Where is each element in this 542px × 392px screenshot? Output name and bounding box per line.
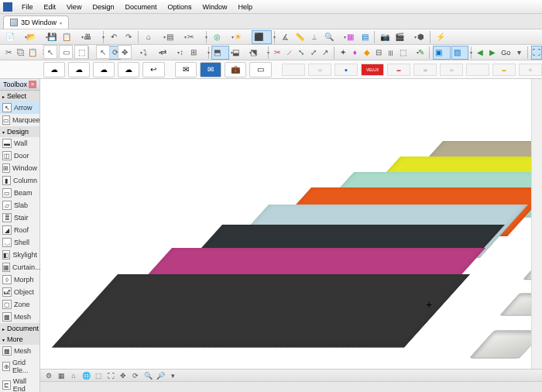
filter-btn[interactable]: ▦ xyxy=(343,30,357,44)
vp-settings[interactable]: ⚙ xyxy=(43,370,54,381)
align-btn[interactable]: ⊟ xyxy=(373,46,385,60)
toolbox-close[interactable]: × xyxy=(29,81,36,88)
rotate-btn[interactable]: ⤵▾ xyxy=(139,46,157,60)
home-btn[interactable]: ⛶ xyxy=(531,46,542,60)
plot-btn[interactable]: 📋▾ xyxy=(60,30,80,44)
render2-btn[interactable]: ⬢ xyxy=(413,30,427,44)
render-btn[interactable]: 🎬▾ xyxy=(393,30,413,44)
section-design[interactable]: ▾Design xyxy=(0,126,39,137)
camera-btn[interactable]: ◎▾ xyxy=(210,30,230,44)
brand-8[interactable] xyxy=(466,64,489,76)
brand-9[interactable]: ▬ xyxy=(492,64,516,76)
selmode-2[interactable]: ▭ xyxy=(59,45,73,59)
folder-btn[interactable]: ▭ xyxy=(249,62,271,77)
energy-btn[interactable]: ⚡ xyxy=(434,30,448,44)
sun-btn[interactable]: ☀▾ xyxy=(231,30,251,44)
selmode-5[interactable]: ✥ xyxy=(118,45,132,59)
vp-home[interactable]: ⌂ xyxy=(68,370,79,381)
copy-btn[interactable]: ⿻ xyxy=(15,46,27,60)
stretch-btn[interactable]: ↗ xyxy=(320,46,331,60)
vp-grid[interactable]: ▦ xyxy=(56,370,67,381)
trim-btn[interactable]: ⟋ xyxy=(283,46,295,60)
vp-pan[interactable]: ✥ xyxy=(118,370,129,381)
brand-3[interactable]: ◆ xyxy=(334,64,358,76)
section-document[interactable]: ▸Document xyxy=(0,323,39,334)
split-btn[interactable]: ⬔▾ xyxy=(249,46,266,60)
3d-scene[interactable]: + xyxy=(40,79,542,369)
vp-plane[interactable]: ⬚ xyxy=(93,370,104,381)
tool-slab[interactable]: ▱Slab xyxy=(0,199,39,211)
redo-btn[interactable]: ↷ xyxy=(122,30,136,44)
open-btn[interactable]: 📂▾ xyxy=(24,30,44,44)
brand-6[interactable]: ▭ xyxy=(413,64,437,76)
vp-orbit[interactable]: 🌐 xyxy=(81,370,91,381)
save-btn[interactable]: 💾 xyxy=(45,30,59,44)
photo-btn[interactable]: 📷 xyxy=(378,30,392,44)
split2-btn[interactable]: ✂ xyxy=(272,46,283,60)
menu-help[interactable]: Help xyxy=(233,2,257,12)
brand-7[interactable]: ▭ xyxy=(440,64,463,76)
tool-stair[interactable]: ≣Stair xyxy=(0,211,39,224)
fill-btn[interactable]: ◆ xyxy=(362,46,373,60)
tool-zone[interactable]: ▢Zone xyxy=(0,298,39,311)
undo-btn[interactable]: ↶ xyxy=(107,30,121,44)
menu-options[interactable]: Options xyxy=(163,2,196,12)
resize-btn[interactable]: ⤢ xyxy=(308,46,320,60)
print-btn[interactable]: 🖶▾ xyxy=(81,30,101,44)
brand-10[interactable]: ◇ xyxy=(519,64,542,76)
selmode-1[interactable]: ↖ xyxy=(43,45,57,59)
new-btn[interactable]: 📄▾ xyxy=(3,30,23,44)
tab-3d-window[interactable]: 3D Window ▾ xyxy=(3,15,69,29)
tool-mesh[interactable]: ▩Mesh xyxy=(0,311,39,323)
cloud-exit-btn[interactable]: ☁ xyxy=(118,62,139,77)
mail-btn[interactable]: ✉ xyxy=(175,62,197,77)
tool-c[interactable]: ⟂ xyxy=(307,30,321,44)
tool-object[interactable]: 🛋Object xyxy=(0,286,39,298)
inbox-btn[interactable]: ✉ xyxy=(200,62,221,77)
tool-wallend[interactable]: ⊏Wall End xyxy=(0,376,39,392)
3d-btn[interactable]: ⬛▾ xyxy=(252,30,272,44)
vp-zoomout[interactable]: 🔎 xyxy=(155,370,166,381)
tab-dropdown-icon[interactable]: ▾ xyxy=(60,20,62,26)
tool-door[interactable]: ◫Door xyxy=(0,150,39,162)
solid-op-btn[interactable]: ♦ xyxy=(349,46,361,60)
display2-btn[interactable]: ▨▾ xyxy=(451,46,469,60)
section-more[interactable]: ▾More xyxy=(0,334,39,345)
tool-mesh2[interactable]: ▩Mesh xyxy=(0,345,39,357)
menu-file[interactable]: File xyxy=(17,2,38,12)
mirror-btn[interactable]: ⇄▾ xyxy=(158,46,176,60)
tool-beam[interactable]: ▭Beam xyxy=(0,187,39,199)
tool-shell[interactable]: ◡Shell xyxy=(0,236,39,249)
tool-arrow[interactable]: ↖Arrow xyxy=(0,101,39,114)
extend-btn[interactable]: ⤡ xyxy=(296,46,307,60)
section-btn[interactable]: ▤▾ xyxy=(163,30,183,44)
cut-btn[interactable]: ✂▾ xyxy=(184,30,204,44)
tool-gridele[interactable]: ⊕Grid Ele... xyxy=(0,357,39,376)
go-dd[interactable]: ▾ xyxy=(513,46,525,60)
display-btn[interactable]: ▣▾ xyxy=(433,46,451,60)
explode-btn[interactable]: ✦ xyxy=(338,46,349,60)
multiply-btn[interactable]: ⊞▾ xyxy=(188,46,206,60)
tool-curtain[interactable]: ▦Curtain... xyxy=(0,261,39,273)
vp-zoomin[interactable]: 🔍 xyxy=(142,370,153,381)
section-select[interactable]: ▸Select xyxy=(0,91,39,101)
briefcase-btn[interactable]: 💼 xyxy=(225,62,246,77)
intersect-btn[interactable]: ⬓▾ xyxy=(230,46,248,60)
elevate-btn[interactable]: ↕ xyxy=(177,46,188,60)
next-btn[interactable]: ▶ xyxy=(487,46,499,60)
tool-a[interactable]: ∡ xyxy=(278,30,292,44)
cloud-sync-btn[interactable]: ☁ xyxy=(93,62,115,77)
order-btn[interactable]: ⬚▾ xyxy=(397,46,415,60)
vp-dd[interactable]: ▾ xyxy=(167,370,178,381)
layers-btn[interactable]: ▤ xyxy=(358,30,372,44)
edit-btn[interactable]: ✎ xyxy=(416,46,427,60)
menu-window[interactable]: Window xyxy=(197,2,232,12)
selmode-4[interactable]: ↖ xyxy=(96,45,110,59)
tool-b[interactable]: 📏 xyxy=(293,30,307,44)
vp-fit[interactable]: ⛶ xyxy=(105,370,116,381)
brand-2[interactable]: ▭ xyxy=(308,64,331,76)
tool-column[interactable]: ▮Column xyxy=(0,174,39,187)
menu-document[interactable]: Document xyxy=(120,2,161,12)
tool-roof[interactable]: ◢Roof xyxy=(0,224,39,236)
cut2-btn[interactable]: ✂ xyxy=(3,46,15,60)
